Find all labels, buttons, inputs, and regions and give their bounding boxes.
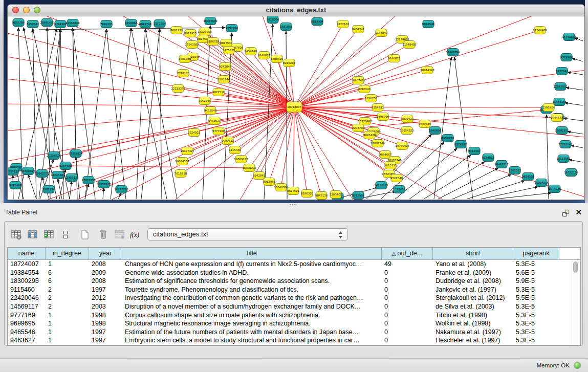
column-header-year[interactable]: year — [89, 248, 122, 259]
graph-node[interactable]: 9146825 — [388, 55, 400, 62]
table-row[interactable]: 946362711997Embryonic stem cells: a mode… — [8, 336, 580, 345]
graph-node[interactable]: 9218986 — [125, 19, 138, 27]
graph-node[interactable]: 6812704 — [139, 20, 152, 28]
graph-node[interactable]: 8186320 — [301, 190, 314, 198]
graph-node[interactable]: 7524021 — [188, 129, 200, 137]
graph-node[interactable]: 18226058 — [198, 28, 212, 36]
window-titlebar[interactable]: citations_edges.txt — [8, 5, 584, 16]
graph-node[interactable]: 9245012 — [509, 167, 521, 174]
table-settings-icon[interactable] — [10, 228, 23, 241]
graph-node[interactable]: 2204700 — [352, 124, 365, 132]
table-row[interactable]: 2242004622012Investigating the contribut… — [8, 294, 580, 302]
graph-node[interactable]: 9115460 — [229, 146, 242, 154]
graph-node[interactable]: 16107427 — [180, 147, 194, 155]
table-row[interactable]: 946554611997Estimation of the future num… — [8, 328, 580, 337]
graph-node[interactable]: 16543382 — [185, 41, 199, 49]
graph-node[interactable]: 9297588 — [59, 162, 72, 170]
scrollbar-thumb[interactable] — [573, 261, 578, 273]
graph-node[interactable]: 17359924 — [69, 150, 83, 158]
row-height-icon[interactable] — [59, 228, 72, 241]
table-row[interactable]: 977716911998Corpus callosum shape and si… — [8, 311, 580, 320]
graph-node[interactable]: 11548408 — [533, 27, 547, 34]
graph-node[interactable]: 16958167 — [97, 181, 111, 188]
graph-node[interactable]: 1103405 — [330, 191, 342, 199]
graph-node[interactable]: 18300295 — [242, 164, 256, 172]
show-columns-icon[interactable] — [26, 228, 39, 241]
graph-node[interactable]: 3475685 — [223, 47, 235, 54]
graph-node[interactable]: 10974343 — [420, 67, 434, 74]
new-column-icon[interactable] — [78, 228, 92, 241]
graph-node[interactable]: 16648784 — [446, 49, 460, 56]
graph-node[interactable]: 1154840 — [375, 29, 388, 37]
graph-node[interactable]: 9794321 — [54, 20, 67, 28]
graph-node[interactable]: 9463627 — [208, 117, 221, 125]
graph-node[interactable]: 1644873 — [551, 114, 563, 122]
column-header-name[interactable]: name — [8, 248, 46, 259]
graph-node[interactable]: 1733426 — [393, 186, 406, 193]
graph-node[interactable]: 8312906 — [352, 192, 365, 200]
graph-node[interactable]: 8454741 — [352, 26, 364, 33]
graph-node[interactable]: 9227343 — [556, 68, 568, 75]
graph-node[interactable]: 8095426 — [363, 132, 376, 139]
graph-node[interactable]: 12093832 — [553, 83, 567, 91]
graph-node[interactable]: 9777163 — [337, 20, 349, 28]
graph-node[interactable]: 12905135 — [64, 174, 78, 182]
graph-node[interactable]: 9845126 — [315, 192, 328, 200]
graph-node[interactable]: 8912951 — [263, 178, 275, 186]
graph-node[interactable]: 19756928 — [395, 142, 409, 150]
column-header-title[interactable]: title — [122, 248, 382, 259]
graph-node[interactable]: 9146821 — [258, 52, 270, 59]
graph-node[interactable]: 20206526 — [47, 152, 61, 160]
graph-node[interactable]: 9699695 — [419, 120, 431, 128]
graph-node[interactable]: 16107421 — [351, 77, 365, 84]
graph-node[interactable]: 11568829 — [66, 19, 80, 27]
graph-node[interactable]: 16782753 — [114, 186, 128, 193]
graph-node[interactable]: 8912955 — [184, 30, 197, 37]
graph-node[interactable]: 19384554 — [175, 158, 189, 165]
graph-node[interactable]: 11645194 — [51, 171, 65, 179]
float-panel-icon[interactable] — [562, 209, 570, 217]
graph-node[interactable]: 9824501 — [522, 173, 534, 181]
graph-node[interactable]: 17210648 — [558, 141, 573, 148]
graph-node[interactable]: 3216540 — [358, 85, 371, 93]
graph-node[interactable]: 9055784 — [12, 19, 25, 27]
table-row[interactable]: 911546021997Tourette syndrome. Phenomeno… — [8, 286, 580, 294]
table-row[interactable]: 969969511998Structural magnetic resonanc… — [8, 319, 580, 328]
graph-node[interactable]: 7691223 — [100, 20, 113, 28]
graph-node[interactable]: 8601123 — [170, 27, 183, 34]
graph-node[interactable]: 1495796 — [377, 113, 389, 121]
graph-node[interactable]: 8819304 — [311, 18, 324, 26]
graph-node[interactable]: 8095421 — [401, 115, 413, 123]
graph-node[interactable]: 10467212 — [494, 161, 508, 168]
graph-node[interactable]: 9412367 — [468, 147, 481, 155]
graph-node[interactable]: 1595804 — [542, 104, 555, 112]
graph-node[interactable]: 9699612 — [222, 137, 234, 145]
graph-node[interactable]: 9801986 — [179, 55, 191, 63]
graph-node[interactable]: 2803144 — [217, 76, 230, 83]
graph-node[interactable]: 12444154 — [552, 98, 567, 106]
graph-node[interactable]: 16543380 — [274, 184, 288, 191]
graph-node[interactable]: 8454749 — [245, 48, 257, 55]
graph-node[interactable]: 8186328 — [207, 38, 220, 46]
table-row[interactable]: 1872400712008Changes of HCN gene express… — [8, 260, 580, 269]
table-row[interactable]: 1456911722003Disruption of a novel membe… — [8, 302, 580, 311]
graph-node[interactable]: 1921898 — [280, 23, 293, 31]
graph-node[interactable]: 9465546 — [204, 107, 217, 115]
graph-node[interactable]: 8450541 — [27, 20, 39, 28]
graph-node[interactable]: 1588520 — [271, 55, 284, 63]
graph-node[interactable]: 9242848 — [219, 63, 232, 71]
column-header-short[interactable]: short — [433, 248, 513, 259]
graph-node[interactable]: 6379197 — [454, 141, 467, 148]
graph-node[interactable]: 9154691 — [372, 104, 384, 112]
graph-node[interactable]: 14136141 — [374, 182, 388, 189]
table-scrollbar[interactable] — [572, 260, 580, 344]
graph-node[interactable]: 18807249 — [371, 140, 385, 147]
graph-node[interactable]: 2718120 — [177, 70, 190, 77]
graph-node[interactable]: 14569117 — [234, 156, 248, 163]
graph-node[interactable]: 1677235 — [549, 185, 561, 193]
graph-node[interactable]: 5958923 — [442, 135, 454, 142]
close-panel-icon[interactable]: ✕ — [575, 208, 582, 216]
graph-node[interactable]: 9339159 — [8, 168, 19, 176]
graph-node[interactable]: 8813054 — [267, 16, 279, 24]
graph-node[interactable]: 7905134 — [42, 186, 55, 193]
